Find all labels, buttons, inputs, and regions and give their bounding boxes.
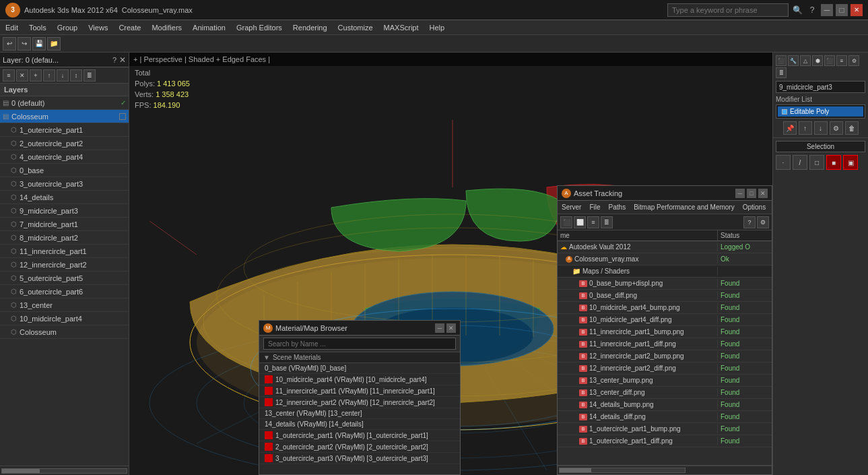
- at-tool-2[interactable]: ⬜: [574, 216, 586, 228]
- layer-item[interactable]: ⬡7_midcircle_part1: [0, 218, 129, 231]
- rt-btn-7[interactable]: ⚙: [848, 55, 859, 66]
- layer-item[interactable]: ⬡Colosseum: [0, 325, 129, 339]
- layer-item[interactable]: ⬡3_outercircle_part3: [0, 177, 129, 191]
- sel-btn-vertex[interactable]: ·: [776, 155, 791, 170]
- mb-material-item[interactable]: 12_innercircle_part2 (VRayMtl) [12_inner…: [259, 397, 460, 408]
- menu-item-graph-editors[interactable]: Graph Editors: [231, 20, 288, 34]
- layer-item[interactable]: ⬡11_innercircle_part1: [0, 245, 129, 258]
- layers-tool-3[interactable]: +: [30, 69, 42, 82]
- layers-tool-1[interactable]: ≡: [3, 69, 15, 82]
- mb-material-item[interactable]: 0_base (VRayMtl) [0_base]: [259, 363, 460, 374]
- rt-btn-1[interactable]: ⬛: [776, 55, 787, 66]
- layers-tool-7[interactable]: ≣: [84, 69, 96, 82]
- layer-item[interactable]: ⬡5_outercircle_part5: [0, 272, 129, 285]
- layer-item[interactable]: ⬡0_base: [0, 164, 129, 177]
- layer-item[interactable]: ⬡10_midcircle_part4: [0, 312, 129, 325]
- at-max-button[interactable]: □: [747, 189, 756, 198]
- layer-visibility-box[interactable]: [119, 113, 126, 120]
- layers-tool-2[interactable]: ✕: [16, 69, 28, 82]
- scroll-thumb[interactable]: [2, 469, 40, 473]
- mod-btn-up[interactable]: ↑: [799, 121, 812, 135]
- modifier-item[interactable]: Editable Poly: [778, 106, 863, 117]
- object-name-field[interactable]: [776, 81, 865, 93]
- mb-material-item[interactable]: 13_center (VRayMtl) [13_center]: [259, 408, 460, 419]
- layers-list[interactable]: ▤0 (default)✓▤Colosseum⬡1_outercircle_pa…: [0, 96, 129, 466]
- layer-item[interactable]: ⬡14_details: [0, 191, 129, 204]
- search-button[interactable]: 🔍: [791, 4, 803, 16]
- mb-material-item[interactable]: 3_outercircle_part3 (VRayMtl) [3_outerci…: [259, 453, 460, 464]
- at-menu-item[interactable]: Options: [739, 202, 770, 212]
- rt-btn-6[interactable]: ≡: [836, 55, 847, 66]
- layer-item[interactable]: ⬡4_outercircle_part4: [0, 150, 129, 164]
- mb-materials-list[interactable]: 0_base (VRayMtl) [0_base]10_midcircle_pa…: [259, 363, 460, 474]
- rt-btn-3[interactable]: △: [800, 55, 811, 66]
- layer-item[interactable]: ▤0 (default)✓: [0, 96, 129, 110]
- layer-item[interactable]: ⬡1_outercircle_part1: [0, 123, 129, 137]
- at-help-btn[interactable]: ?: [743, 216, 756, 228]
- layers-question-btn[interactable]: ?: [112, 56, 116, 64]
- mb-close-button[interactable]: ✕: [446, 323, 456, 333]
- layer-item[interactable]: ⬡8_midcircle_part2: [0, 231, 129, 245]
- at-menu-item[interactable]: Server: [558, 202, 585, 212]
- at-close-button[interactable]: ✕: [758, 189, 768, 198]
- layers-close-btn[interactable]: ✕: [119, 55, 126, 65]
- layer-item[interactable]: ▤Colosseum: [0, 110, 129, 123]
- mb-material-item[interactable]: 11_innercircle_part1 (VRayMtl) [11_inner…: [259, 385, 460, 397]
- at-table-row[interactable]: B12_innercircle_part2_diff.pngFound: [558, 362, 772, 375]
- at-table-row[interactable]: ☁Autodesk Vault 2012Logged O: [558, 241, 772, 253]
- at-menu-item[interactable]: Bitmap Performance and Memory: [630, 202, 739, 212]
- at-tool-3[interactable]: ≡: [587, 216, 599, 228]
- at-table-row[interactable]: AColosseum_vray.maxOk: [558, 253, 772, 265]
- at-tool-4[interactable]: ≣: [601, 216, 613, 228]
- menu-item-rendering[interactable]: Rendering: [288, 20, 333, 34]
- mod-btn-down[interactable]: ↓: [814, 121, 828, 135]
- at-table-row[interactable]: B11_innercircle_part1_diff.pngFound: [558, 338, 772, 350]
- mod-btn-pin[interactable]: 📌: [783, 121, 797, 135]
- layers-horizontal-scrollbar[interactable]: [0, 466, 129, 475]
- mb-min-button[interactable]: ─: [435, 323, 444, 333]
- toolbar-button-1[interactable]: ↩: [3, 37, 16, 51]
- at-table-row[interactable]: B13_center_diff.pngFound: [558, 387, 772, 399]
- mb-material-item[interactable]: 1_outercircle_part1 (VRayMtl) [1_outerci…: [259, 430, 460, 441]
- toolbar-button-3[interactable]: 💾: [32, 37, 46, 51]
- mb-material-item[interactable]: 10_midcircle_part4 (VRayMtl) [10_midcirc…: [259, 374, 460, 385]
- at-table-row[interactable]: B13_center_bump.pngFound: [558, 375, 772, 387]
- close-button[interactable]: ✕: [850, 4, 863, 16]
- at-table-row[interactable]: B11_innercircle_part1_bump.pngFound: [558, 326, 772, 338]
- at-table-row[interactable]: 📁Maps / Shaders: [558, 265, 772, 278]
- sel-btn-polygon[interactable]: ■: [826, 155, 841, 170]
- rt-btn-2[interactable]: 🔧: [788, 55, 799, 66]
- at-tool-1[interactable]: ⬛: [560, 216, 572, 228]
- maximize-button[interactable]: □: [836, 4, 848, 16]
- layers-tool-5[interactable]: ↓: [57, 69, 69, 82]
- menu-item-animation[interactable]: Animation: [187, 20, 231, 34]
- menu-item-customize[interactable]: Customize: [333, 20, 378, 34]
- sel-btn-element[interactable]: ▣: [843, 155, 858, 170]
- rt-btn-4[interactable]: ⬢: [812, 55, 823, 66]
- help-button[interactable]: ?: [806, 4, 818, 16]
- mod-btn-delete[interactable]: 🗑: [845, 121, 859, 135]
- at-table-row[interactable]: B0_base_bump+displ.pngFound: [558, 278, 772, 290]
- menu-item-views[interactable]: Views: [83, 20, 113, 34]
- at-menu-item[interactable]: File: [585, 202, 604, 212]
- toolbar-button-4[interactable]: 📁: [47, 37, 61, 51]
- menu-item-edit[interactable]: Edit: [0, 20, 24, 34]
- menu-item-tools[interactable]: Tools: [24, 20, 52, 34]
- at-table-row[interactable]: B14_details_diff.pngFound: [558, 411, 772, 423]
- at-horizontal-scrollbar[interactable]: [558, 465, 772, 474]
- layer-item[interactable]: ⬡2_outercircle_part2: [0, 137, 129, 150]
- rt-btn-8[interactable]: ≣: [776, 67, 787, 78]
- at-table-row[interactable]: B1_outercircle_part1_diff.pngFound: [558, 435, 772, 447]
- at-menu-item[interactable]: Paths: [605, 202, 630, 212]
- at-table-row[interactable]: B14_details_bump.pngFound: [558, 399, 772, 411]
- at-table-row[interactable]: B10_midcircle_part4_diff.pngFound: [558, 314, 772, 326]
- mb-search-input[interactable]: [263, 338, 456, 350]
- layer-item[interactable]: ⬡6_outercircle_part6: [0, 285, 129, 298]
- at-config-btn[interactable]: ⚙: [757, 216, 769, 228]
- rt-btn-5[interactable]: ⬛: [824, 55, 835, 66]
- menu-item-group[interactable]: Group: [52, 20, 84, 34]
- menu-item-maxscript[interactable]: MAXScript: [378, 20, 424, 34]
- at-table-row[interactable]: B12_innercircle_part2_bump.pngFound: [558, 350, 772, 362]
- menu-item-create[interactable]: Create: [113, 20, 146, 34]
- mb-material-item[interactable]: 14_details (VRayMtl) [14_details]: [259, 419, 460, 430]
